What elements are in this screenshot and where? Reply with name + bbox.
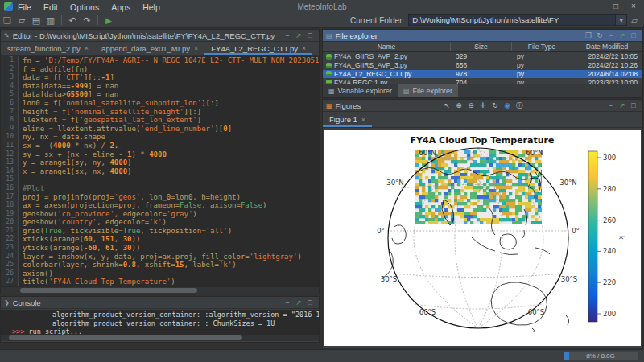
file-row[interactable]: FY4A_L2_REGC_CTT.py978py2024/6/14 02:08 xyxy=(323,70,642,79)
zoom-out-icon[interactable]: ⊖ xyxy=(465,101,477,109)
current-folder-dropdown-icon[interactable]: ▼ xyxy=(616,14,627,26)
line-number: 2 xyxy=(1,65,19,74)
current-folder-label: Current Folder: xyxy=(350,16,404,25)
window-maximize-button[interactable]: □ xyxy=(607,0,625,12)
redo-icon[interactable]: ↷ xyxy=(80,14,94,27)
code-line: 16#Plot xyxy=(1,184,319,193)
svg-text:60°N: 60°N xyxy=(526,149,543,157)
column-header-date-modified[interactable]: Date Modified xyxy=(572,42,642,51)
column-header-name[interactable]: Name xyxy=(323,42,451,51)
figures-panel-title: Figures xyxy=(336,101,361,110)
file-name-cell: FY4A_L2_REGC_CTT.py xyxy=(323,70,451,78)
undo-icon[interactable]: ↶ xyxy=(65,14,80,27)
colorbar: 300 280 260 240 220 200 k xyxy=(588,151,625,322)
code-text xyxy=(19,175,23,184)
file-explorer-icon: ▤ xyxy=(326,32,332,39)
code-line: 4data[data==-999] = nan xyxy=(1,82,319,91)
console-output[interactable]: algorithm_product_version_container: :al… xyxy=(1,310,319,336)
code-line: 10ny, nx = data.shape xyxy=(1,133,319,142)
code-editor[interactable]: 1fn = 'D:/Temp/FY/FY4A-_AGRI--_N_REGC_10… xyxy=(1,56,319,287)
svg-text:30°S: 30°S xyxy=(561,275,577,283)
refresh-icon[interactable]: ↻ xyxy=(594,31,605,39)
save-as-icon[interactable]: ▥ xyxy=(43,14,58,27)
globe-icon[interactable]: ◉ xyxy=(502,101,514,109)
explorer-tab-bar: ▦Variable explorer▤File explorer xyxy=(323,84,642,97)
line-number: 6 xyxy=(1,99,19,108)
cursor-icon[interactable]: ↖ xyxy=(441,101,453,109)
console-hscrollbar[interactable] xyxy=(1,335,319,341)
code-text: geoshow('country', edgecolor='k') xyxy=(19,218,167,227)
file-row[interactable]: FY4A_GIIRS_AVP_2.py329py2024/2/22 10:05 xyxy=(323,52,642,61)
console-minimize-icon[interactable]: − xyxy=(282,298,293,306)
figures-minimize-icon[interactable]: − xyxy=(605,101,617,109)
tab-close-icon[interactable]: × xyxy=(194,44,198,52)
tab-close-icon[interactable]: × xyxy=(302,44,306,52)
svg-text:200: 200 xyxy=(603,310,616,318)
code-line: 15 xyxy=(1,175,319,184)
editor-float-icon[interactable]: ↗ xyxy=(293,31,304,39)
window-minimize-button[interactable]: − xyxy=(589,0,607,12)
tab-close-icon[interactable]: × xyxy=(85,44,89,52)
file-explorer-title: File explorer xyxy=(336,31,378,40)
editor-hscrollbar[interactable] xyxy=(1,287,319,294)
column-header-file-type[interactable]: File Type xyxy=(512,42,572,51)
figures-panel-header: ▦ Figures ↖⊕⊖✛↻◉ⓘ − ↗ □ xyxy=(323,100,642,112)
console-line: algorithm_product_version_container: :al… xyxy=(1,311,319,319)
new-file-explorer-icon[interactable]: ❐ xyxy=(583,31,594,39)
editor-tab[interactable]: FY4A_L2_REGC_CTT.py× xyxy=(204,42,312,55)
svg-text:60°S: 60°S xyxy=(419,308,436,316)
editor-hscrollbar-thumb[interactable] xyxy=(20,288,197,293)
code-line: 13y = arange1(sy, ny, 4000) xyxy=(1,158,319,167)
save-icon[interactable]: ▤ xyxy=(29,14,43,27)
info-icon[interactable]: ⓘ xyxy=(514,101,526,111)
memory-usage-indicator: 8% / 8.0G xyxy=(564,352,638,360)
column-header-size[interactable]: Size xyxy=(451,42,512,51)
console-line: algorithm_product_version_container: :_C… xyxy=(1,319,319,328)
figures-float-icon[interactable]: ↗ xyxy=(617,101,628,109)
menu-options[interactable]: Options xyxy=(70,2,99,12)
code-text: layer = imshow(x, y, data, proj=ax.proj,… xyxy=(19,253,302,261)
python-file-icon xyxy=(326,71,332,76)
line-number: 11 xyxy=(1,142,19,150)
editor-minimize-icon[interactable]: − xyxy=(282,31,293,39)
tab-variable-explorer[interactable]: ▦Variable explorer xyxy=(323,84,398,97)
tab-file-explorer[interactable]: ▤File explorer xyxy=(398,84,458,97)
code-line: 20geoshow('country', edgecolor='k') xyxy=(1,218,319,227)
status-bar: 8% / 8.0G xyxy=(0,349,644,362)
file-explorer-maximize-icon[interactable]: □ xyxy=(628,31,639,39)
editor-maximize-icon[interactable]: □ xyxy=(304,31,316,39)
editor-tab[interactable]: append_data_ex01_MI.py× xyxy=(95,42,204,55)
browse-folder-icon[interactable]: ▱ xyxy=(631,16,638,25)
window-close-button[interactable]: × xyxy=(625,0,642,12)
figure-tab-close-icon[interactable]: × xyxy=(361,116,365,124)
console-float-icon[interactable]: ↗ xyxy=(293,298,304,306)
line-number: 22 xyxy=(1,235,19,244)
new-file-icon[interactable]: ❏ xyxy=(0,14,14,27)
figures-maximize-icon[interactable]: □ xyxy=(628,101,639,109)
file-row[interactable]: FY4A_GIIRS_AVP_3.py656py2024/2/22 10:26 xyxy=(323,61,642,70)
svg-text:260: 260 xyxy=(603,216,616,224)
menu-edit[interactable]: Edit xyxy=(43,2,58,12)
rotate-icon[interactable]: ↻ xyxy=(489,101,502,109)
editor-panel-header: ✎ Editor - D:\Working\MIScript\Jython\mi… xyxy=(1,30,319,42)
menu-bar: FileEditOptionsAppsHelp xyxy=(18,0,172,14)
figure-canvas[interactable]: FY4A Cloud Top Temperature xyxy=(324,130,641,346)
file-explorer-float-icon[interactable]: ↗ xyxy=(617,31,628,39)
open-file-icon[interactable]: ▱ xyxy=(14,14,29,27)
zoom-in-icon[interactable]: ⊕ xyxy=(453,101,465,109)
file-explorer-minimize-icon[interactable]: − xyxy=(605,31,617,39)
figures-icon: ▦ xyxy=(326,102,332,109)
current-folder-input[interactable]: D:\Working\MIScript\Jython\mis\satellite… xyxy=(408,14,616,26)
tab-figure-1[interactable]: Figure 1 × xyxy=(323,112,372,127)
console-maximize-icon[interactable]: □ xyxy=(304,298,316,306)
console-hscrollbar-thumb[interactable] xyxy=(9,335,242,340)
run-script-icon[interactable]: ▶ xyxy=(101,14,116,27)
pan-icon[interactable]: ✛ xyxy=(477,101,489,109)
menu-help[interactable]: Help xyxy=(142,2,160,12)
code-text: ax = axesm(projection=proj, frameon=Fals… xyxy=(19,201,266,210)
menu-file[interactable]: File xyxy=(18,2,31,12)
menu-apps[interactable]: Apps xyxy=(111,2,130,12)
code-text: sx = -(4000 * nx) / 2. xyxy=(19,142,118,150)
editor-tab[interactable]: stream_function_2.py× xyxy=(1,42,95,55)
line-number: 9 xyxy=(1,125,19,134)
